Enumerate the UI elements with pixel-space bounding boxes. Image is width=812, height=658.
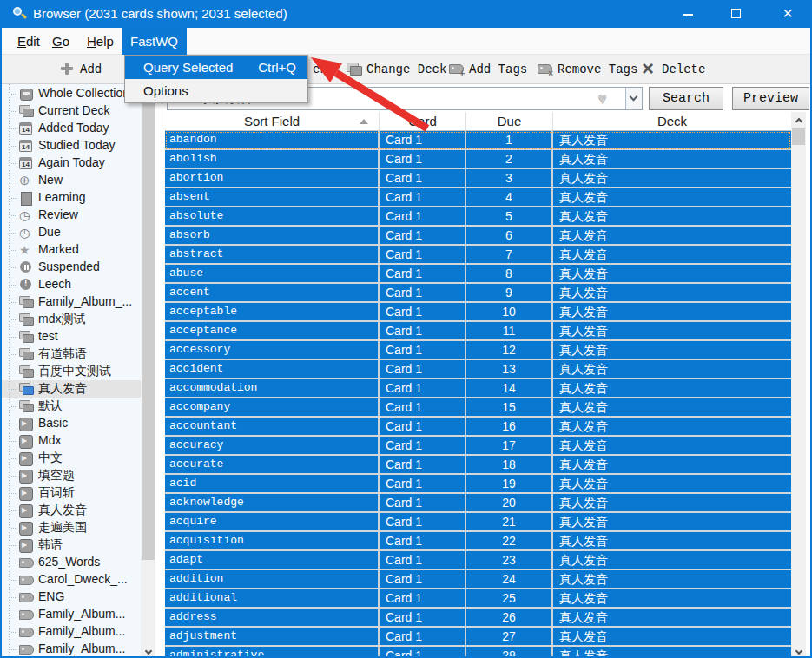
change-deck-button[interactable]: Change Deck	[346, 55, 446, 84]
table-row[interactable]: accommodationCard 114真人发音	[165, 379, 791, 398]
sidebar-item[interactable]: 中文	[2, 450, 141, 467]
table-row[interactable]: absorbCard 16真人发音	[165, 227, 791, 246]
sidebar-item[interactable]: Basic	[2, 415, 141, 432]
table-scrollbar-thumb[interactable]	[792, 128, 805, 145]
sidebar-divider[interactable]	[162, 84, 162, 656]
star-icon: ★	[19, 243, 33, 257]
sidebar-item[interactable]: Whole Collection	[2, 85, 141, 102]
maximize-button[interactable]	[716, 0, 756, 28]
table-row[interactable]: acceptableCard 110真人发音	[165, 303, 791, 322]
delete-button[interactable]: Delete	[641, 55, 705, 84]
tag-icon	[19, 642, 33, 656]
sidebar-scrollbar[interactable]	[141, 84, 155, 656]
sidebar-item[interactable]: ◷Review	[2, 207, 141, 224]
table-row[interactable]: acknowledgeCard 120真人发音	[165, 494, 791, 513]
plus-circle-icon: ⊕	[19, 174, 33, 188]
sidebar-item[interactable]: 14Studied Today	[2, 137, 141, 155]
table-row[interactable]: abuseCard 18真人发音	[165, 265, 791, 284]
table-row[interactable]: adaptCard 123真人发音	[165, 551, 791, 570]
partially-hidden-button[interactable]: end	[313, 55, 334, 84]
sidebar-item[interactable]: 真人发音	[2, 502, 141, 519]
menu-item-edit[interactable]: Edit	[9, 28, 49, 55]
search-dropdown-button[interactable]	[625, 88, 642, 109]
table-scroll-down-arrow[interactable]	[791, 642, 806, 656]
sidebar-item[interactable]: Family_Album_...	[2, 293, 141, 311]
sidebar-item[interactable]: Current Deck	[2, 102, 141, 120]
table-row[interactable]: accessoryCard 112真人发音	[165, 341, 791, 360]
sidebar-item[interactable]: 填空题	[2, 467, 141, 484]
menu-item-help[interactable]: Help	[78, 28, 122, 55]
favorite-heart-icon[interactable]: ♥	[597, 89, 607, 108]
column-header-deck[interactable]: Deck	[553, 112, 791, 130]
sidebar-item[interactable]: 百度中文测试	[2, 363, 141, 380]
toolbar: Add end Change Deck +Add Tags ×Remove Ta…	[2, 55, 810, 84]
sidebar-item[interactable]: 625_Words	[2, 554, 141, 571]
sidebar-item[interactable]: 走遍美国	[2, 519, 141, 536]
sidebar-item[interactable]: 14Added Today	[2, 120, 141, 137]
sidebar-item[interactable]: Mdx	[2, 432, 141, 450]
sidebar-item[interactable]: Family_Album...	[2, 641, 141, 656]
column-header-card[interactable]: Card	[380, 112, 466, 130]
sidebar-item[interactable]: ⊕New	[2, 172, 141, 189]
table-row[interactable]: additionalCard 125真人发音	[165, 589, 791, 609]
table-row[interactable]: acceptanceCard 111真人发音	[165, 322, 791, 341]
menu-item-go[interactable]: Go	[43, 28, 78, 55]
sidebar-item[interactable]: Family_Album...	[2, 623, 141, 641]
sidebar-item[interactable]: 百词斩	[2, 484, 141, 502]
menu-item-fastwq[interactable]: FastWQ	[122, 28, 187, 55]
sidebar-item[interactable]: Leech	[2, 276, 141, 293]
sidebar-item[interactable]: 有道韩语	[2, 345, 141, 363]
sidebar-item[interactable]: mdx测试	[2, 311, 141, 328]
sidebar-scrollbar-thumb[interactable]	[142, 102, 155, 560]
add-button[interactable]: Add	[59, 55, 102, 84]
search-button[interactable]: Search	[649, 87, 723, 110]
table-row[interactable]: adjustmentCard 127真人发音	[165, 628, 791, 647]
table-row[interactable]: acidCard 119真人发音	[165, 475, 791, 494]
sidebar-item[interactable]: 默认	[2, 398, 141, 415]
sidebar-scroll-down-arrow[interactable]	[141, 642, 155, 656]
menu-item-options[interactable]: Options	[125, 79, 307, 102]
sidebar-item[interactable]: 韩语	[2, 536, 141, 554]
table-scroll-up-arrow[interactable]	[791, 112, 806, 127]
sidebar-item[interactable]: ENG	[2, 589, 141, 606]
table-row[interactable]: absoluteCard 15真人发音	[165, 207, 791, 227]
minimize-button[interactable]	[668, 0, 708, 28]
table-row[interactable]: acquisitionCard 122真人发音	[165, 532, 791, 551]
table-row[interactable]: addressCard 126真人发音	[165, 609, 791, 628]
table-row[interactable]: abstractCard 17真人发音	[165, 246, 791, 265]
sidebar-item-label: Learning	[38, 190, 86, 204]
table-row[interactable]: administrativeCard 128真人发音	[165, 647, 791, 656]
table-scrollbar[interactable]	[791, 112, 806, 656]
sidebar-item[interactable]: 真人发音	[2, 380, 141, 398]
preview-button[interactable]: Preview	[732, 87, 809, 110]
tag-icon	[19, 625, 33, 639]
menu-item-query-selected[interactable]: Query Selected Ctrl+Q	[125, 56, 307, 79]
remove-tags-button[interactable]: ×Remove Tags	[537, 55, 637, 84]
sidebar-item[interactable]: Suspended	[2, 259, 141, 276]
sidebar-item[interactable]: test	[2, 328, 141, 345]
sidebar-item[interactable]: ★Marked	[2, 241, 141, 259]
table-row[interactable]: abortionCard 13真人发音	[165, 169, 791, 188]
sidebar-item[interactable]: Carol_Dweck_...	[2, 571, 141, 589]
sidebar-item[interactable]: Learning	[2, 189, 141, 207]
table-row[interactable]: accountantCard 116真人发音	[165, 418, 791, 437]
table-row[interactable]: accidentCard 113真人发音	[165, 360, 791, 379]
table-row[interactable]: acquireCard 121真人发音	[165, 513, 791, 532]
column-header-due[interactable]: Due	[466, 112, 553, 130]
add-tags-button[interactable]: +Add Tags	[448, 55, 527, 84]
close-button[interactable]: ×	[768, 0, 808, 28]
table-row[interactable]: absentCard 14真人发音	[165, 188, 791, 207]
table-row[interactable]: abolishCard 12真人发音	[165, 150, 791, 169]
table-row[interactable]: accurateCard 118真人发音	[165, 456, 791, 475]
sidebar-item[interactable]: Family_Album...	[2, 606, 141, 623]
sidebar-item[interactable]: ◷Due	[2, 224, 141, 241]
table-row[interactable]: accuracyCard 117真人发音	[165, 437, 791, 456]
table-row[interactable]: accompanyCard 115真人发音	[165, 398, 791, 418]
table-row[interactable]: abandonCard 11真人发音	[165, 131, 791, 150]
table-row[interactable]: additionCard 124真人发音	[165, 570, 791, 589]
table-row[interactable]: accentCard 19真人发音	[165, 284, 791, 303]
column-header-sort-field[interactable]: Sort Field	[165, 112, 380, 130]
sidebar-item[interactable]: 14Again Today	[2, 155, 141, 172]
change-deck-icon	[346, 61, 361, 76]
sidebar-item-label: 625_Words	[38, 555, 100, 569]
